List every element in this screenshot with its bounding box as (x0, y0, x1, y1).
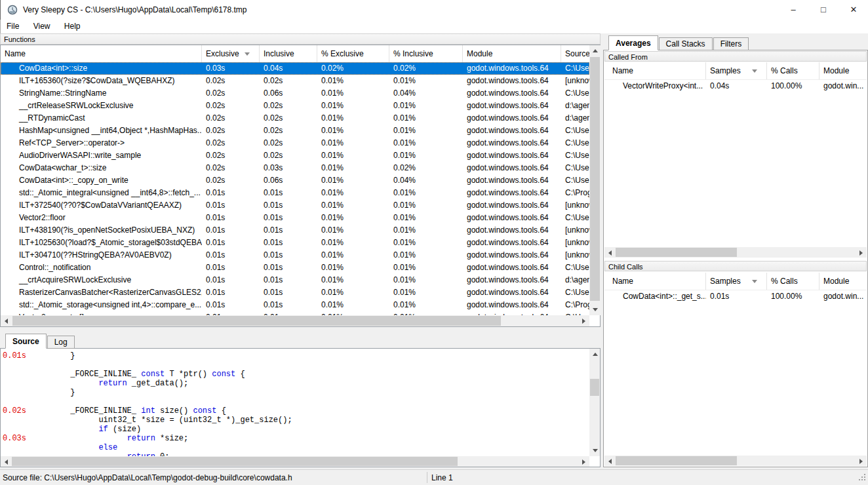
menu-view[interactable]: View (28, 20, 56, 33)
menu-file[interactable]: File (1, 20, 25, 33)
scroll-right-icon[interactable] (578, 315, 589, 326)
cell: HashMap<unsigned __int64,Object *,HashMa… (1, 125, 202, 137)
cell: 0.06s (260, 174, 317, 187)
source-vertical-scrollbar[interactable] (589, 349, 600, 456)
list-item[interactable]: CowData<int>::_get_s...0.01s100.00%godot… (604, 290, 867, 303)
cell: 0.04s (706, 80, 767, 92)
cell: 0.01% (317, 162, 389, 174)
status-line-number: Line 1 (431, 473, 453, 482)
cell: godot.windows.tools.64 (463, 87, 561, 100)
scrollbar-thumb[interactable] (590, 57, 600, 301)
resize-grip-icon[interactable] (858, 473, 866, 483)
column-header-samples[interactable]: Samples (706, 273, 767, 290)
scroll-right-icon[interactable] (856, 456, 867, 467)
function-row[interactable]: CowData<int>::_copy_on_write0.02s0.06s0.… (1, 174, 589, 187)
function-row[interactable]: CowData<int>::size0.03s0.04s0.02%0.02%go… (1, 62, 589, 75)
function-row[interactable]: StringName::StringName0.02s0.06s0.01%0.0… (1, 87, 589, 100)
function-row[interactable]: ILT+165360(?size?$CowData_WQEBAHXZ)0.02s… (1, 75, 589, 87)
function-row[interactable]: AudioDriverWASAPI::write_sample0.02s0.02… (1, 149, 589, 162)
time-gutter (1, 425, 42, 434)
scrollbar-thumb[interactable] (590, 379, 599, 396)
functions-table-header: Name Exclusive Inclusive % Exclusive % I… (1, 45, 589, 63)
function-row[interactable]: std::_Atomic_integral<unsigned __int64,8… (1, 187, 589, 199)
time-gutter: 0.03s (1, 434, 42, 443)
column-header-samples[interactable]: Samples (706, 62, 767, 79)
child-calls-horizontal-scrollbar[interactable] (604, 456, 867, 466)
cell: 0.01% (389, 149, 463, 162)
source-horizontal-scrollbar[interactable] (1, 456, 589, 467)
cell: C:\Prog (561, 299, 589, 311)
column-header-name[interactable]: Name (604, 273, 706, 290)
source-code[interactable]: 0.01s } _FORCE_INLINE_ const T *ptr() co… (1, 351, 589, 456)
tab-log[interactable]: Log (47, 336, 75, 349)
cell: std::_Atomic_integral<unsigned __int64,8… (1, 187, 202, 199)
cell: 0.01% (389, 137, 463, 149)
scrollbar-thumb[interactable] (12, 316, 501, 326)
cell: godot.windows.tools.64 (463, 299, 561, 311)
tab-filters[interactable]: Filters (713, 37, 749, 50)
function-row[interactable]: ILT+1025630(?load?$_Atomic_storagel$03st… (1, 237, 589, 249)
functions-vertical-scrollbar[interactable] (589, 45, 601, 315)
scroll-left-icon[interactable] (1, 456, 12, 467)
code-text: } (42, 388, 75, 397)
column-header-source[interactable]: Source (561, 45, 589, 62)
maximize-button[interactable]: □ (808, 0, 838, 20)
function-row[interactable]: ILT+438190(?is_openNetSocketPosixUEBA_NX… (1, 224, 589, 237)
column-header-module[interactable]: Module (819, 62, 867, 79)
column-header-module[interactable]: Module (819, 273, 867, 290)
scroll-right-icon[interactable] (578, 456, 589, 467)
column-header-pct-calls[interactable]: % Calls (767, 62, 819, 79)
column-header-exclusive[interactable]: Exclusive (202, 45, 260, 62)
functions-horizontal-scrollbar[interactable] (1, 315, 589, 326)
scroll-up-icon[interactable] (589, 349, 601, 360)
tab-source[interactable]: Source (5, 334, 47, 349)
column-header-name[interactable]: Name (1, 45, 202, 62)
scrollbar-thumb[interactable] (12, 457, 458, 466)
minimize-button[interactable]: – (778, 0, 808, 20)
menu-help[interactable]: Help (58, 20, 87, 33)
function-row[interactable]: __crtAcquireSRWLockExclusive0.01s0.01s0.… (1, 274, 589, 286)
function-row[interactable]: Control::_notification0.01s0.01s0.01%0.0… (1, 262, 589, 274)
scroll-left-icon[interactable] (1, 315, 12, 326)
called-from-horizontal-scrollbar[interactable] (604, 247, 867, 258)
scroll-left-icon[interactable] (604, 247, 616, 258)
column-header-pct-exclusive[interactable]: % Exclusive (317, 45, 389, 62)
function-row[interactable]: std::_Atomic_storage<unsigned int,4>::co… (1, 299, 589, 311)
scrollbar-thumb[interactable] (616, 248, 737, 257)
tab-averages[interactable]: Averages (608, 35, 658, 50)
time-gutter (1, 370, 42, 379)
close-button[interactable]: ✕ (838, 0, 868, 20)
function-row[interactable]: CowData<wchar_t>::size0.02s0.03s0.01%0.0… (1, 162, 589, 174)
scroll-down-icon[interactable] (589, 445, 601, 456)
column-header-name[interactable]: Name (604, 62, 706, 79)
function-row[interactable]: ILT+304710(??HStringQEBA?AV0AEBV0Z)0.01s… (1, 249, 589, 262)
function-row[interactable]: __crtReleaseSRWLockExclusive0.02s0.02s0.… (1, 100, 589, 112)
cell: 0.01% (317, 286, 389, 299)
function-row[interactable]: Ref<TCP_Server>::operator->0.02s0.02s0.0… (1, 137, 589, 149)
cell: 0.01% (389, 224, 463, 237)
function-row[interactable]: RasterizerCanvasBatcher<RasterizerCanvas… (1, 286, 589, 299)
source-line: uint32_t *size = (uint32_t *)_get_size()… (1, 416, 589, 425)
column-header-module[interactable]: Module (463, 45, 561, 62)
function-row[interactable]: HashMap<unsigned __int64,Object *,HashMa… (1, 125, 589, 137)
scrollbar-thumb[interactable] (616, 456, 737, 465)
column-header-pct-calls[interactable]: % Calls (767, 273, 819, 290)
cell: godot.windows.tools.64 (463, 174, 561, 187)
tab-call-stacks[interactable]: Call Stacks (659, 37, 713, 50)
function-row[interactable]: __RTDynamicCast0.02s0.02s0.01%0.01%godot… (1, 112, 589, 125)
function-row[interactable]: ILT+372540(??0?$CowDataVVariantQEAAXZ)0.… (1, 199, 589, 212)
time-gutter (1, 388, 42, 397)
scroll-up-icon[interactable] (589, 45, 601, 56)
function-row[interactable]: Vector2::floor0.01s0.01s0.01%0.01%godot.… (1, 212, 589, 224)
list-item[interactable]: VectorWriteProxy<int...0.04s100.00%godot… (604, 80, 867, 92)
column-header-pct-inclusive[interactable]: % Inclusive (389, 45, 463, 62)
column-header-inclusive[interactable]: Inclusive (260, 45, 317, 62)
cell: StringName::StringName (1, 87, 202, 100)
scroll-right-icon[interactable] (856, 247, 867, 258)
cell: 0.01s (202, 262, 260, 274)
scroll-left-icon[interactable] (604, 456, 616, 467)
cell: 0.01% (389, 237, 463, 249)
source-view: 0.01s } _FORCE_INLINE_ const T *ptr() co… (0, 348, 601, 467)
scroll-down-icon[interactable] (589, 304, 601, 315)
cell: __RTDynamicCast (1, 112, 202, 125)
